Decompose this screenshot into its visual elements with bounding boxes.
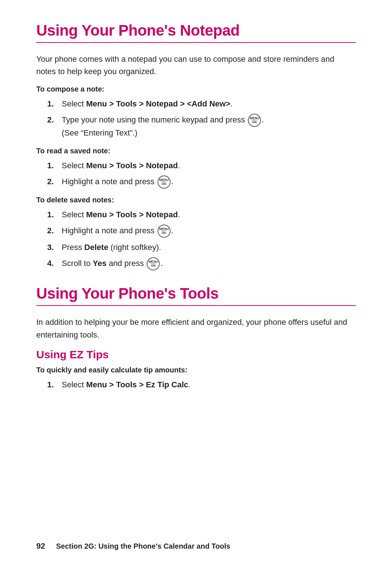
step-content: Select Menu > Tools > Notepad. — [62, 160, 356, 172]
read-steps: 1. Select Menu > Tools > Notepad. 2. Hig… — [36, 160, 356, 189]
step-bold: Menu > Tools > Notepad — [86, 161, 178, 170]
compose-step-1: 1. Select Menu > Tools > Notepad > <Add … — [47, 98, 356, 110]
step-number: 2. — [47, 175, 57, 188]
delete-steps: 1. Select Menu > Tools > Notepad. 2. Hig… — [36, 209, 356, 271]
menu-ok-icon: MENU OK — [158, 225, 171, 238]
step-number: 4. — [47, 257, 57, 270]
read-label: To read a saved note: — [36, 147, 356, 155]
delete-step-2: 2. Highlight a note and press MENU OK . — [47, 225, 356, 238]
ez-tips-section: Using EZ Tips To quickly and easily calc… — [36, 348, 356, 391]
delete-section: To delete saved notes: 1. Select Menu > … — [36, 196, 356, 271]
step-content: Select Menu > Tools > Notepad. — [62, 209, 356, 221]
footer-text: Section 2G: Using the Phone's Calendar a… — [56, 542, 230, 550]
section-divider — [36, 42, 356, 43]
compose-steps: 1. Select Menu > Tools > Notepad > <Add … — [36, 98, 356, 139]
step-bold: Menu > Tools > Notepad — [86, 210, 178, 219]
read-step-1: 1. Select Menu > Tools > Notepad. — [47, 160, 356, 172]
step-content: Press Delete (right softkey). — [62, 241, 356, 254]
delete-step-1: 1. Select Menu > Tools > Notepad. — [47, 209, 356, 221]
menu-ok-icon: MENU OK — [248, 114, 261, 127]
step-content: Select Menu > Tools > Notepad > <Add New… — [62, 98, 356, 110]
section-tools: Using Your Phone's Tools In addition to … — [36, 285, 356, 391]
section-notepad-title: Using Your Phone's Notepad — [36, 22, 356, 39]
delete-step-3: 3. Press Delete (right softkey). — [47, 241, 356, 254]
page-footer: 92 Section 2G: Using the Phone's Calenda… — [36, 541, 356, 551]
compose-section: To compose a note: 1. Select Menu > Tool… — [36, 85, 356, 139]
delete-label: To delete saved notes: — [36, 196, 356, 204]
step-number: 1. — [47, 209, 57, 221]
tools-intro: In addition to helping your be more effi… — [36, 316, 348, 341]
section-notepad: Using Your Phone's Notepad Your phone co… — [36, 22, 356, 270]
step-bold: Yes — [93, 259, 107, 268]
ez-tip-step-1: 1. Select Menu > Tools > Ez Tip Calc. — [47, 379, 356, 391]
menu-ok-icon: MENU OK — [158, 175, 171, 189]
step-content: Highlight a note and press MENU OK . — [62, 175, 356, 189]
ez-tips-label: To quickly and easily calculate tip amou… — [36, 366, 356, 374]
step-content: Highlight a note and press MENU OK . — [62, 225, 356, 238]
notepad-intro: Your phone comes with a notepad you can … — [36, 53, 348, 78]
step-content: Select Menu > Tools > Ez Tip Calc. — [62, 379, 356, 391]
step-content: Type your note using the numeric keypad … — [62, 114, 356, 139]
step-number: 1. — [47, 98, 57, 110]
step-number: 1. — [47, 379, 57, 391]
page-number: 92 — [36, 541, 45, 551]
ez-tips-steps: 1. Select Menu > Tools > Ez Tip Calc. — [36, 379, 356, 391]
step-bold: Menu > Tools > Ez Tip Calc — [86, 380, 188, 389]
menu-ok-icon: MENU OK — [147, 257, 160, 270]
step-content: Scroll to Yes and press MENU OK . — [62, 257, 356, 270]
step-number: 2. — [47, 225, 57, 237]
step-number: 1. — [47, 160, 57, 172]
step-number: 2. — [47, 114, 57, 126]
delete-step-4: 4. Scroll to Yes and press MENU OK . — [47, 257, 356, 270]
step-number: 3. — [47, 241, 57, 254]
compose-step-2: 2. Type your note using the numeric keyp… — [47, 114, 356, 139]
step-bold: Delete — [84, 243, 108, 252]
section-divider-2 — [36, 305, 356, 306]
step-bold: Menu > Tools > Notepad > <Add New> — [86, 99, 230, 108]
ez-tips-title: Using EZ Tips — [36, 348, 356, 361]
section-tools-title: Using Your Phone's Tools — [36, 285, 356, 302]
read-step-2: 2. Highlight a note and press MENU OK . — [47, 175, 356, 189]
compose-label: To compose a note: — [36, 85, 356, 93]
read-section: To read a saved note: 1. Select Menu > T… — [36, 147, 356, 189]
